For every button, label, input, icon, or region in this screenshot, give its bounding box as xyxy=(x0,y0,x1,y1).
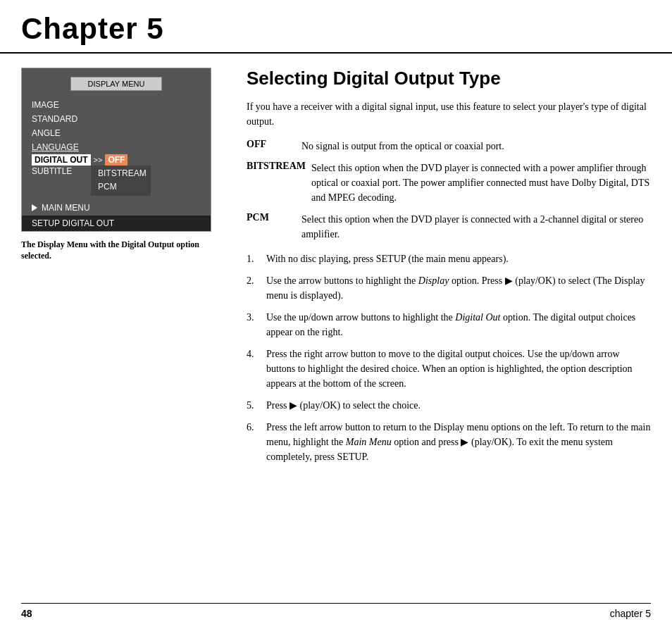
page-footer: 48 chapter 5 xyxy=(21,603,651,619)
setup-label: SETUP DIGITAL OUT xyxy=(32,218,114,228)
term-pcm-desc: Select this option when the DVD player i… xyxy=(301,212,651,242)
arrow-indicator: >> xyxy=(91,156,106,164)
step-6: 6. Press the left arrow button to return… xyxy=(247,420,651,464)
submenu-block: BITSTREAM PCM xyxy=(91,166,151,195)
step-text-6: Press the left arrow button to return to… xyxy=(266,420,651,464)
step-num-1: 1. xyxy=(247,251,261,266)
subtitle-label: SUBTITLE xyxy=(32,166,88,177)
right-panel: Selecting Digital Output Type If you hav… xyxy=(247,68,651,471)
display-menu-header-label: DISPLAY MENU xyxy=(70,77,162,91)
play-icon xyxy=(32,204,37,211)
menu-item-image: IMAGE xyxy=(32,98,201,112)
page-header: Chapter 5 xyxy=(0,0,672,54)
menu-items-list: IMAGE STANDARD ANGLE LANGUAGE DIGITAL OU… xyxy=(22,95,211,198)
step-num-3: 3. xyxy=(247,310,261,340)
term-pcm: PCM Select this option when the DVD play… xyxy=(247,212,651,242)
left-panel: DISPLAY MENU IMAGE STANDARD ANGLE LANGUA… xyxy=(21,68,225,471)
step-text-5: Press ▶ (play/OK) to select the choice. xyxy=(266,398,651,413)
off-option-label: OFF xyxy=(105,154,127,166)
term-bitstream: BITSTREAM Select this option when the DV… xyxy=(247,161,651,205)
page-number: 48 xyxy=(21,608,32,619)
term-pcm-label: PCM xyxy=(247,212,296,242)
footer-chapter-label: chapter 5 xyxy=(610,608,651,619)
menu-item-language: LANGUAGE xyxy=(32,140,201,154)
step-1: 1. With no disc playing, press SETUP (th… xyxy=(247,251,651,266)
section-title: Selecting Digital Output Type xyxy=(247,68,651,89)
menu-item-angle: ANGLE xyxy=(32,126,201,140)
term-off: OFF No signal is output from the optical… xyxy=(247,139,651,154)
display-menu-screenshot: DISPLAY MENU IMAGE STANDARD ANGLE LANGUA… xyxy=(21,68,211,231)
pcm-option: PCM xyxy=(95,180,147,194)
step-5: 5. Press ▶ (play/OK) to select the choic… xyxy=(247,398,651,413)
menu-item-standard: STANDARD xyxy=(32,112,201,126)
step-2: 2. Use the arrow buttons to highlight th… xyxy=(247,273,651,303)
step-text-2: Use the arrow buttons to highlight the D… xyxy=(266,273,651,303)
caption-text: The Display Menu with the Digital Output… xyxy=(21,239,211,263)
step-num-4: 4. xyxy=(247,347,261,391)
term-bitstream-desc: Select this option when the DVD player i… xyxy=(311,161,651,205)
digital-out-row: DIGITAL OUT >> OFF xyxy=(32,154,201,166)
main-content: DISPLAY MENU IMAGE STANDARD ANGLE LANGUA… xyxy=(0,54,672,485)
step-3: 3. Use the up/down arrow buttons to high… xyxy=(247,310,651,340)
step-text-1: With no disc playing, press SETUP (the m… xyxy=(266,251,651,266)
step-num-2: 2. xyxy=(247,273,261,303)
term-bitstream-label: BITSTREAM xyxy=(247,161,306,205)
step-num-5: 5. xyxy=(247,398,261,413)
step-text-3: Use the up/down arrow buttons to highlig… xyxy=(266,310,651,340)
subtitle-row: SUBTITLE BITSTREAM PCM xyxy=(32,166,201,195)
digital-out-label: DIGITAL OUT xyxy=(32,154,91,166)
step-num-6: 6. xyxy=(247,420,261,464)
main-menu-row: MAIN MENU xyxy=(22,199,211,214)
main-menu-label: MAIN MENU xyxy=(42,203,90,213)
setup-row: SETUP DIGITAL OUT xyxy=(22,216,211,231)
term-off-label: OFF xyxy=(247,139,296,154)
step-text-4: Press the right arrow button to move to … xyxy=(266,347,651,391)
step-4: 4. Press the right arrow button to move … xyxy=(247,347,651,391)
steps-list: 1. With no disc playing, press SETUP (th… xyxy=(247,251,651,464)
bitstream-option: BITSTREAM xyxy=(95,167,147,180)
intro-text: If you have a receiver with a digital si… xyxy=(247,99,651,129)
term-off-desc: No signal is output from the optical or … xyxy=(301,139,504,154)
chapter-title: Chapter 5 xyxy=(21,13,651,45)
